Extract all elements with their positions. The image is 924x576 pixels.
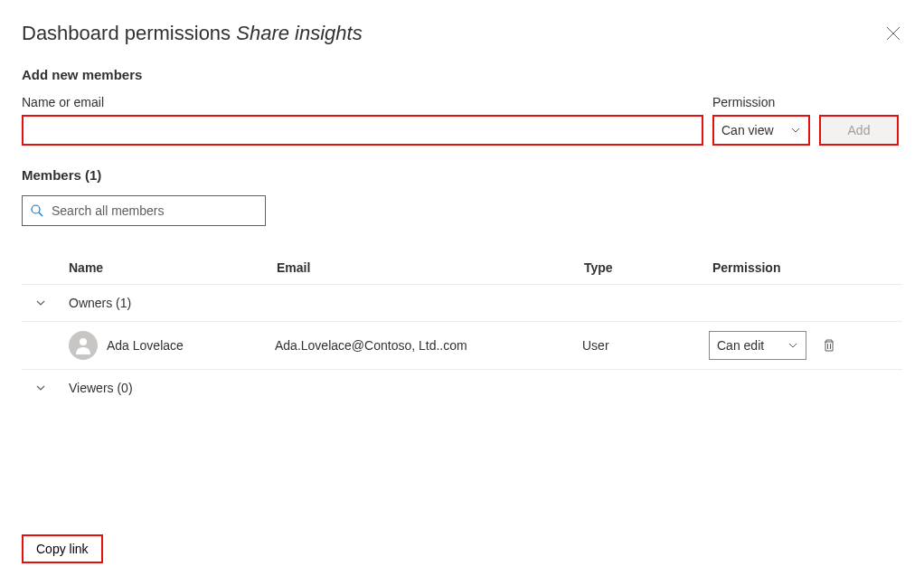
- name-email-label: Name or email: [22, 95, 703, 109]
- member-email-text: Ada.Lovelace@Contoso, Ltd..com: [275, 338, 582, 353]
- table-header: Name Email Type Permission: [22, 251, 902, 285]
- table-row: Ada Lovelace Ada.Lovelace@Contoso, Ltd..…: [22, 322, 902, 370]
- svg-point-0: [32, 205, 40, 213]
- person-icon: [72, 335, 94, 356]
- chevron-down-icon: [787, 340, 798, 351]
- owners-group-label: Owners (1): [69, 296, 131, 310]
- member-name-text: Ada Lovelace: [107, 338, 184, 353]
- copy-link-button[interactable]: Copy link: [22, 534, 103, 563]
- viewers-group-label: Viewers (0): [69, 381, 133, 395]
- title-italic: Share insights: [236, 22, 362, 44]
- member-permission-selected: Can edit: [717, 338, 764, 353]
- col-email-header: Email: [277, 260, 584, 275]
- avatar: [69, 331, 98, 360]
- close-button[interactable]: [884, 24, 902, 42]
- trash-icon: [822, 338, 836, 353]
- title-prefix: Dashboard permissions: [22, 22, 236, 44]
- close-icon: [886, 26, 900, 41]
- owners-group-row[interactable]: Owners (1): [22, 285, 902, 322]
- search-icon: [30, 203, 44, 218]
- chevron-down-icon: [34, 297, 47, 308]
- member-permission-select[interactable]: Can edit: [709, 331, 806, 360]
- permission-selected: Can view: [721, 123, 774, 137]
- svg-point-1: [80, 338, 87, 345]
- chevron-down-icon: [34, 382, 47, 393]
- permission-select[interactable]: Can view: [712, 115, 810, 146]
- viewers-group-row[interactable]: Viewers (0): [22, 370, 902, 406]
- search-members-box[interactable]: [22, 195, 266, 226]
- col-name-header: Name: [69, 260, 277, 275]
- member-type-text: User: [582, 338, 709, 353]
- permission-label: Permission: [712, 95, 810, 109]
- add-members-heading: Add new members: [22, 67, 902, 82]
- chevron-down-icon: [790, 125, 801, 136]
- add-button[interactable]: Add: [819, 115, 899, 146]
- members-heading: Members (1): [22, 167, 902, 183]
- name-email-input[interactable]: [22, 115, 703, 146]
- page-title: Dashboard permissions Share insights: [22, 22, 363, 45]
- delete-member-button[interactable]: [821, 337, 837, 354]
- col-perm-header: Permission: [712, 260, 902, 275]
- col-type-header: Type: [584, 260, 712, 275]
- search-members-input[interactable]: [52, 203, 258, 218]
